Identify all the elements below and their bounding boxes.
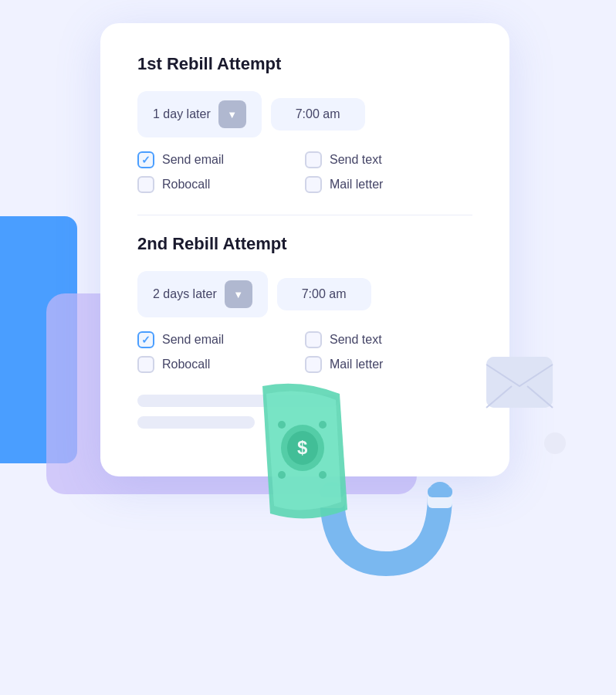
section-2-checkbox-send-email[interactable] — [137, 331, 154, 348]
section-1-delay-label: 1 day later — [153, 107, 211, 121]
section-1-label-send-email: Send email — [162, 153, 224, 167]
section-2-rebill: 2nd Rebill Attempt 2 days later 7:00 am … — [137, 234, 472, 373]
section-1-checkbox-send-email[interactable] — [137, 151, 154, 168]
section-2-dropdown-arrow[interactable] — [225, 280, 252, 308]
envelope-decoration — [485, 355, 554, 409]
svg-rect-10 — [428, 486, 452, 497]
section-1-time-pill[interactable]: 7:00 am — [271, 98, 365, 131]
section-2-time-pill[interactable]: 7:00 am — [277, 278, 371, 310]
section-2-label-robocall: Robocall — [162, 358, 210, 371]
section-1-option-robocall[interactable]: Robocall — [137, 176, 305, 193]
section-1-time-value: 7:00 am — [296, 107, 340, 120]
section-1-label-robocall: Robocall — [162, 178, 210, 192]
section-2-option-send-email[interactable]: Send email — [137, 331, 305, 348]
section-2-label-send-email: Send email — [162, 333, 224, 347]
section-2-time-value: 7:00 am — [302, 287, 347, 300]
svg-point-5 — [278, 471, 286, 479]
section-1-time-row: 1 day later 7:00 am — [137, 91, 472, 137]
section-1-dropdown-arrow[interactable] — [218, 100, 246, 128]
section-2-label-mail-letter: Mail letter — [330, 358, 383, 371]
section-1-option-send-text[interactable]: Send text — [305, 151, 472, 168]
section-2-checkbox-send-text[interactable] — [305, 331, 322, 348]
section-2-options-grid: Send email Send text Robocall Mail lette… — [137, 331, 472, 373]
section-1-checkbox-mail-letter[interactable] — [305, 176, 322, 193]
svg-point-6 — [319, 471, 327, 479]
scene: 1st Rebill Attempt 1 day later 7:00 am S… — [0, 0, 616, 695]
svg-text:$: $ — [297, 437, 308, 458]
section-2-title: 2nd Rebill Attempt — [137, 234, 472, 254]
section-1-label-mail-letter: Mail letter — [330, 178, 383, 192]
svg-point-4 — [319, 421, 327, 429]
svg-point-3 — [278, 421, 286, 429]
section-2-delay-label: 2 days later — [153, 287, 217, 301]
section-2-label-send-text: Send text — [330, 333, 382, 347]
section-2-time-row: 2 days later 7:00 am — [137, 271, 472, 317]
section-1-title: 1st Rebill Attempt — [137, 54, 472, 74]
section-1-checkbox-send-text[interactable] — [305, 151, 322, 168]
section-1-rebill: 1st Rebill Attempt 1 day later 7:00 am S… — [137, 54, 472, 193]
dot-decoration — [544, 432, 566, 454]
section-2-checkbox-robocall[interactable] — [137, 356, 154, 373]
section-1-option-mail-letter[interactable]: Mail letter — [305, 176, 472, 193]
section-1-option-send-email[interactable]: Send email — [137, 151, 305, 168]
money-bill-decoration: $ — [239, 371, 363, 541]
section-divider — [137, 215, 472, 215]
section-1-options-grid: Send email Send text Robocall Mail lette… — [137, 151, 472, 193]
skeleton-bar-2 — [137, 416, 255, 429]
section-1-checkbox-robocall[interactable] — [137, 176, 154, 193]
section-2-option-send-text[interactable]: Send text — [305, 331, 472, 348]
section-1-delay-pill[interactable]: 1 day later — [137, 91, 262, 137]
section-1-label-send-text: Send text — [330, 153, 382, 167]
section-2-delay-pill[interactable]: 2 days later — [137, 271, 268, 317]
